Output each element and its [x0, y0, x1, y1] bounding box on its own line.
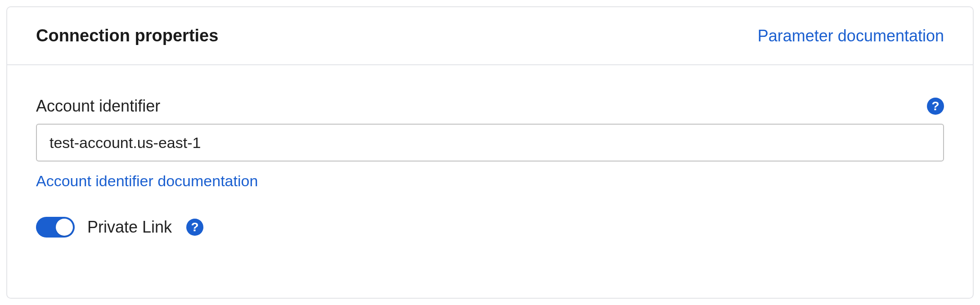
private-link-row: Private Link ?	[36, 217, 944, 238]
help-icon[interactable]: ?	[927, 98, 944, 115]
account-identifier-label: Account identifier	[36, 97, 160, 116]
panel-title: Connection properties	[36, 26, 218, 45]
private-link-label: Private Link	[87, 218, 172, 237]
private-link-toggle[interactable]	[36, 217, 75, 238]
account-identifier-documentation-link[interactable]: Account identifier documentation	[36, 172, 258, 190]
account-identifier-label-row: Account identifier ?	[36, 97, 944, 116]
help-icon[interactable]: ?	[186, 219, 203, 236]
connection-properties-panel: Connection properties Parameter document…	[6, 6, 974, 299]
parameter-documentation-link[interactable]: Parameter documentation	[758, 27, 944, 45]
toggle-knob	[56, 219, 73, 236]
panel-header: Connection properties Parameter document…	[7, 7, 973, 65]
panel-body: Account identifier ? Account identifier …	[7, 65, 973, 260]
account-identifier-input[interactable]	[36, 124, 944, 161]
